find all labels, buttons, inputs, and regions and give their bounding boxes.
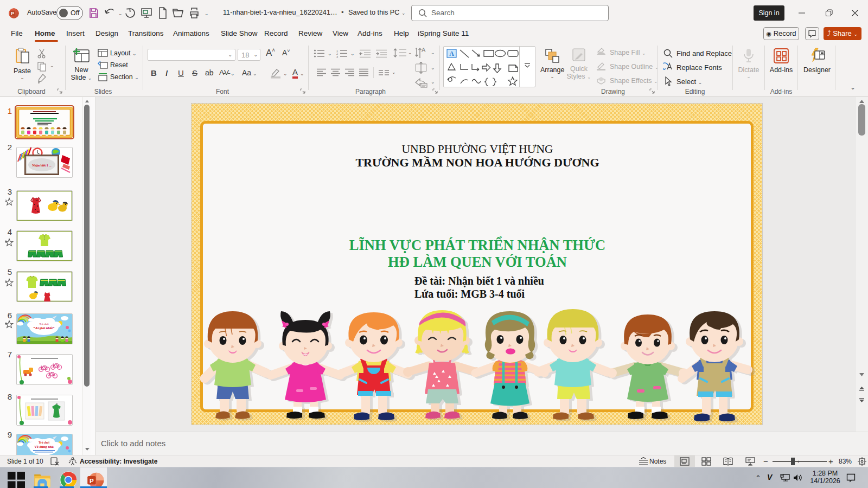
svg-text:“Ai giỏi nhất”: “Ai giỏi nhất” bbox=[33, 326, 54, 330]
svg-text:A: A bbox=[449, 50, 454, 57]
svg-text:Trò chơi: Trò chơi bbox=[39, 323, 49, 325]
svg-text:3: 3 bbox=[336, 55, 338, 59]
svg-text:P: P bbox=[11, 11, 14, 16]
svg-text:Nhận biết 1 ...: Nhận biết 1 ... bbox=[32, 164, 52, 167]
svg-text:P: P bbox=[90, 477, 94, 484]
svg-text:A: A bbox=[422, 47, 426, 53]
svg-text:Trò chơi: Trò chơi bbox=[39, 441, 49, 444]
svg-text:Về đúng nhà: Về đúng nhà bbox=[34, 445, 54, 448]
